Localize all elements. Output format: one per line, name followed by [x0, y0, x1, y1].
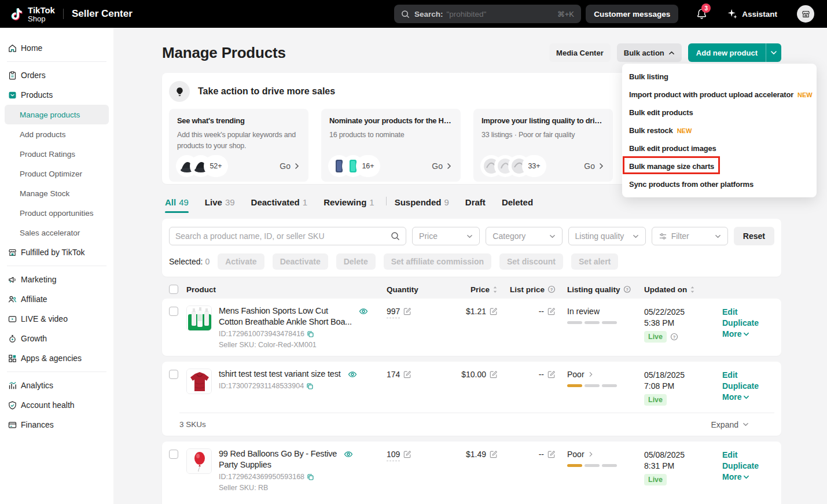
preview-eye-icon[interactable]: [344, 450, 353, 459]
sidebar-item-marketing[interactable]: Marketing: [0, 270, 113, 289]
notifications-button[interactable]: 3: [696, 8, 708, 20]
more-link[interactable]: More: [722, 472, 774, 483]
sidebar-item-fulfilled-by-tiktok[interactable]: Fulfilled by TikTok: [0, 242, 113, 262]
edit-quantity-icon[interactable]: [403, 450, 411, 458]
search-shortcut: ⌘+K: [557, 10, 574, 19]
sidebar-item-growth[interactable]: Growth: [0, 329, 113, 348]
select-all-checkbox[interactable]: [169, 285, 178, 294]
set-discount-button[interactable]: Set discount: [499, 253, 563, 270]
go-link[interactable]: Go: [584, 161, 605, 171]
tab-all[interactable]: All49: [165, 197, 189, 213]
tab-reviewing[interactable]: Reviewing1: [324, 197, 374, 213]
updated-time: 8:31 PM: [644, 461, 713, 472]
sidebar-item-products[interactable]: Products: [0, 85, 113, 105]
row-checkbox[interactable]: [169, 307, 178, 316]
edit-quantity-icon[interactable]: [403, 370, 411, 378]
price-filter-select[interactable]: Price: [412, 227, 480, 245]
sidebar-item-apps-agencies[interactable]: Apps & agencies: [0, 348, 113, 368]
sidebar-item-analytics[interactable]: Analytics: [0, 376, 113, 395]
row-checkbox[interactable]: [169, 450, 178, 459]
menu-item-bulk-edit-product-images[interactable]: Bulk edit product images: [622, 139, 817, 157]
sidebar-item-manage-products[interactable]: Manage products: [5, 105, 109, 124]
sidebar-item-home[interactable]: Home: [0, 38, 113, 58]
product-search-input[interactable]: Search a product name, ID, or seller SKU: [169, 227, 406, 245]
menu-item-import-product-with-product-upload-accelerator[interactable]: Import product with product upload accel…: [622, 86, 817, 104]
sidebar-item-affiliate[interactable]: Affiliate: [0, 289, 113, 309]
set-affiliate-commission-button[interactable]: Set affiliate commission: [384, 253, 491, 270]
deactivate-button[interactable]: Deactivate: [273, 253, 328, 270]
edit-list-price-icon[interactable]: [547, 450, 556, 459]
preview-eye-icon[interactable]: [348, 370, 357, 379]
price-value: $1.21: [466, 307, 486, 316]
edit-quantity-icon[interactable]: [403, 307, 411, 315]
more-count-pill: 33+: [523, 156, 545, 176]
duplicate-link[interactable]: Duplicate: [722, 318, 774, 329]
tab-suspended[interactable]: Suspended9: [395, 197, 449, 213]
menu-item-bulk-edit-products[interactable]: Bulk edit products: [622, 104, 817, 122]
assistant-button[interactable]: Assistant: [726, 8, 777, 20]
edit-link[interactable]: Edit: [722, 307, 774, 318]
edit-price-icon[interactable]: [490, 370, 498, 379]
activate-button[interactable]: Activate: [218, 253, 264, 270]
add-new-product-button[interactable]: Add new product: [688, 43, 781, 62]
sidebar-item-sales-accelerator[interactable]: Sales accelerator: [5, 223, 109, 242]
duplicate-link[interactable]: Duplicate: [722, 381, 774, 392]
expand-button[interactable]: Expand: [711, 420, 749, 429]
filter-select[interactable]: Filter: [652, 227, 728, 245]
sidebar-item-manage-stock[interactable]: Manage Stock: [5, 183, 109, 203]
more-link[interactable]: More: [722, 392, 774, 403]
listing-quality-value[interactable]: Poor: [567, 450, 585, 459]
menu-item-bulk-listing[interactable]: Bulk listing: [622, 68, 817, 86]
products-icon: [8, 90, 17, 100]
more-link[interactable]: More: [722, 329, 774, 340]
sidebar-item-finances[interactable]: Finances: [0, 415, 113, 435]
search-icon: [391, 231, 400, 241]
preview-eye-icon[interactable]: [359, 307, 368, 316]
customer-messages-button[interactable]: Customer messages: [586, 5, 678, 23]
copy-icon[interactable]: [307, 330, 314, 338]
edit-link[interactable]: Edit: [722, 450, 774, 461]
sidebar-item-orders[interactable]: Orders: [0, 65, 113, 85]
tab-draft[interactable]: Draft: [465, 197, 486, 213]
tiktok-shop-logo[interactable]: TikTok Shop: [9, 6, 55, 23]
menu-item-bulk-restock[interactable]: Bulk restockNEW: [622, 122, 817, 139]
menu-item-bulk-manage-size-charts[interactable]: Bulk manage size charts: [622, 157, 817, 175]
listing-quality-value[interactable]: Poor: [567, 370, 585, 379]
sidebar-item-live-video[interactable]: LIVE & video: [0, 309, 113, 329]
copy-icon[interactable]: [306, 382, 314, 390]
help-icon[interactable]: ?: [670, 333, 678, 341]
duplicate-link[interactable]: Duplicate: [722, 461, 774, 472]
bulk-action-button[interactable]: Bulk action: [617, 43, 682, 62]
edit-list-price-icon[interactable]: [547, 307, 556, 316]
add-product-dropdown-button[interactable]: [766, 43, 781, 62]
tab-deactivated[interactable]: Deactivated1: [251, 197, 308, 213]
listing-quality-filter-select[interactable]: Listing quality: [568, 227, 646, 245]
sidebar-item-product-ratings[interactable]: Product Ratings: [5, 144, 109, 164]
marketing-icon: [8, 274, 17, 285]
reset-button[interactable]: Reset: [734, 227, 774, 245]
edit-list-price-icon[interactable]: [547, 370, 556, 379]
global-search-input[interactable]: Search: "prohibited" ⌘+K: [394, 5, 581, 23]
edit-price-icon[interactable]: [490, 307, 498, 316]
sidebar-item-product-opportunities[interactable]: Product opportunities: [5, 203, 109, 223]
tab-deleted[interactable]: Deleted: [502, 197, 533, 213]
copy-icon[interactable]: [307, 473, 314, 481]
menu-item-sync-products-from-other-platforms[interactable]: Sync products from other platforms: [622, 175, 817, 193]
svg-text:?: ?: [550, 287, 553, 292]
sidebar-item-product-optimizer[interactable]: Product Optimizer: [5, 164, 109, 183]
media-center-button[interactable]: Media Center: [549, 43, 611, 62]
category-filter-select[interactable]: Category: [486, 227, 562, 245]
product-thumbnails: 52+: [177, 156, 227, 176]
search-placeholder: "prohibited": [447, 10, 487, 19]
sidebar-item-add-products[interactable]: Add products: [5, 124, 109, 144]
go-link[interactable]: Go: [280, 161, 300, 171]
shop-switcher-button[interactable]: [797, 5, 814, 23]
go-link[interactable]: Go: [432, 161, 453, 171]
row-checkbox[interactable]: [169, 370, 178, 379]
edit-link[interactable]: Edit: [722, 370, 774, 381]
set-alert-button[interactable]: Set alert: [571, 253, 618, 270]
tab-live[interactable]: Live39: [205, 197, 235, 213]
edit-price-icon[interactable]: [490, 450, 498, 459]
delete-button[interactable]: Delete: [336, 253, 376, 270]
sidebar-item-account-health[interactable]: Account health: [0, 395, 113, 415]
